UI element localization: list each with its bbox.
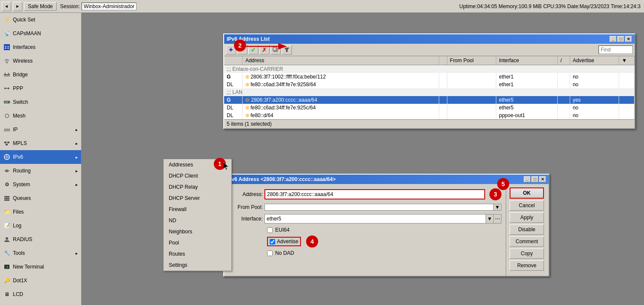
menu-item-pool[interactable]: Pool bbox=[164, 237, 231, 248]
ok-button[interactable]: OK bbox=[510, 187, 544, 199]
col-flag bbox=[224, 56, 243, 65]
table-row[interactable]: G ⊕2806:3f7:1002::ffff:f0ca:bebe/112 eth… bbox=[224, 73, 635, 81]
interfaces-icon bbox=[3, 44, 10, 51]
comment-button[interactable]: Comment bbox=[510, 236, 544, 247]
interface-select[interactable]: ether5 ▼ ⋯ bbox=[264, 214, 501, 223]
sidebar-item-queues[interactable]: Queues bbox=[0, 191, 81, 205]
iface-1: ether1 bbox=[496, 73, 558, 81]
ip-arrow: ▸ bbox=[76, 127, 78, 132]
ipv6-list-title: IPv6 Address List bbox=[227, 36, 270, 42]
sidebar-item-dot1x[interactable]: 🔑 Dot1X bbox=[0, 274, 81, 287]
forward-button[interactable]: ► bbox=[13, 2, 22, 11]
table-row[interactable]: DL ⊕fe80::c6ad:34ff:fe7e:925c/64 ether5 … bbox=[224, 104, 635, 112]
ipv6-addr-dialog: IPv6 Address <2806:3f7:a200:cccc::aaaa/6… bbox=[223, 174, 550, 277]
menu-item-dhcp-server[interactable]: DHCP Server bbox=[164, 193, 231, 204]
interface-list-button[interactable]: ⋯ bbox=[493, 214, 501, 223]
sidebar-label-bridge: Bridge bbox=[13, 72, 78, 78]
sidebar-item-switch[interactable]: Switch bbox=[0, 95, 81, 109]
ipv6-list-maximize-button[interactable]: □ bbox=[617, 36, 624, 42]
menu-item-nd[interactable]: ND bbox=[164, 215, 231, 226]
sidebar-label-files: Files bbox=[13, 209, 78, 215]
col-address[interactable]: Address bbox=[243, 56, 439, 65]
new-terminal-icon: _$ bbox=[3, 263, 10, 270]
table-row-selected[interactable]: G ⊖ 2806:3f7:a200:cccc::aaaa/64 ether5 y… bbox=[224, 96, 635, 104]
sidebar-item-ppp[interactable]: PPP bbox=[0, 82, 81, 95]
col-advertise[interactable]: Advertise bbox=[570, 56, 619, 65]
col-from-pool[interactable]: From Pool bbox=[447, 56, 496, 65]
advertise-row: Advertise 4 bbox=[228, 236, 501, 248]
sidebar-item-bridge[interactable]: Bridge bbox=[0, 68, 81, 82]
remove-button-dialog[interactable]: Remove bbox=[510, 260, 544, 271]
section-lan-label: ;;; LAN bbox=[224, 88, 635, 96]
sidebar: ⚡ Quick Set 📡 CAPsMAAN Interfaces Wirele… bbox=[0, 13, 82, 305]
sidebar-item-tools[interactable]: 🔧 Tools ▸ bbox=[0, 246, 81, 260]
sidebar-item-mpls[interactable]: MPLS ▸ bbox=[0, 136, 81, 150]
table-row[interactable]: DL ⊕fe80::d/64 pppoe-out1 no bbox=[224, 112, 635, 119]
ipv6-addr-form: Address: 3 From Pool: ▼ bbox=[224, 184, 549, 276]
sidebar-item-files[interactable]: 📁 Files bbox=[0, 205, 81, 219]
menu-item-firewall[interactable]: Firewall bbox=[164, 204, 231, 215]
sidebar-item-mesh[interactable]: ⬡ Mesh bbox=[0, 109, 81, 123]
interface-dropdown-arrow[interactable]: ▼ bbox=[486, 214, 493, 223]
copy-button-dialog[interactable]: Copy bbox=[510, 248, 544, 259]
section-carrier-label: ;;; Enlace-con-CARRIER bbox=[224, 65, 635, 73]
sidebar-item-routing[interactable]: Routing ▸ bbox=[0, 164, 81, 178]
ipv6-addr-title: IPv6 Address <2806:3f7:a200:cccc::aaaa/6… bbox=[227, 176, 336, 182]
sep-3 bbox=[439, 96, 447, 104]
sidebar-item-ipv6[interactable]: IPv6 ▸ bbox=[0, 150, 81, 164]
ipv6-addr-close-button[interactable]: ✕ bbox=[539, 176, 546, 182]
sidebar-item-lcd[interactable]: 🖥 LCD bbox=[0, 287, 81, 301]
from-pool-row: From Pool: ▼ bbox=[228, 204, 501, 211]
sidebar-item-log[interactable]: 📝 Log bbox=[0, 219, 81, 233]
svg-rect-7 bbox=[5, 73, 6, 75]
ipv6-addr-minimize-button[interactable]: _ bbox=[524, 176, 531, 182]
svg-rect-16 bbox=[7, 102, 8, 103]
sidebar-label-quick-set: Quick Set bbox=[13, 17, 78, 23]
mpls-arrow: ▸ bbox=[76, 141, 78, 146]
menu-item-routes[interactable]: Routes bbox=[164, 248, 231, 260]
advertise-checkbox[interactable] bbox=[270, 239, 275, 245]
sidebar-item-interfaces[interactable]: Interfaces bbox=[0, 40, 81, 54]
sep-1 bbox=[439, 73, 447, 81]
apply-button[interactable]: Apply bbox=[510, 212, 544, 223]
pool-5 bbox=[447, 112, 496, 119]
cancel-button[interactable]: Cancel bbox=[510, 200, 544, 211]
sidebar-label-tools: Tools bbox=[13, 250, 73, 256]
ipv6-addr-body: Address: 3 From Pool: ▼ bbox=[224, 184, 549, 276]
menu-item-settings[interactable]: Settings bbox=[164, 260, 231, 271]
session-label: Session: bbox=[60, 3, 80, 9]
sidebar-item-capsman[interactable]: 📡 CAPsMAAN bbox=[0, 27, 81, 40]
back-button[interactable]: ◄ bbox=[2, 2, 11, 11]
menu-item-dhcp-client[interactable]: DHCP Client bbox=[164, 170, 231, 181]
col-interface[interactable]: Interface bbox=[496, 56, 558, 65]
find-input[interactable] bbox=[598, 45, 633, 54]
from-pool-dropdown-arrow[interactable]: ▼ bbox=[493, 204, 501, 210]
sidebar-item-system[interactable]: ⚙ System ▸ bbox=[0, 178, 81, 191]
ipv6-list-minimize-button[interactable]: _ bbox=[610, 36, 617, 42]
system-arrow: ▸ bbox=[76, 182, 78, 187]
menu-item-dhcp-relay[interactable]: DHCP Relay bbox=[164, 181, 231, 193]
disable-button[interactable]: Disable bbox=[510, 224, 544, 235]
from-pool-select[interactable]: ▼ bbox=[264, 204, 501, 211]
no-dad-checkbox[interactable] bbox=[267, 251, 273, 256]
ipv6-addr-title-buttons: _ □ ✕ bbox=[524, 176, 546, 182]
mesh-icon: ⬡ bbox=[3, 112, 10, 119]
extra-5 bbox=[619, 112, 635, 119]
advertise-highlight-box: Advertise bbox=[267, 237, 301, 246]
address-row: Address: 3 bbox=[228, 188, 501, 200]
ipv6-addr-maximize-button[interactable]: □ bbox=[532, 176, 538, 182]
sidebar-item-ip[interactable]: 255 IP ▸ bbox=[0, 123, 81, 136]
sidebar-item-new-terminal[interactable]: _$ New Terminal bbox=[0, 260, 81, 274]
adv-4: no bbox=[570, 104, 619, 112]
sidebar-item-quick-set[interactable]: ⚡ Quick Set bbox=[0, 13, 81, 27]
ipv6-list-close-button[interactable]: ✕ bbox=[625, 36, 632, 42]
safe-mode-button[interactable]: Safe Mode bbox=[24, 2, 57, 11]
sidebar-item-radius[interactable]: RADIUS bbox=[0, 233, 81, 246]
address-input[interactable] bbox=[264, 189, 485, 199]
menu-item-neighbors[interactable]: Neighbors bbox=[164, 226, 231, 237]
sidebar-item-wireless[interactable]: Wireless bbox=[0, 54, 81, 68]
top-bar: ◄ ► Safe Mode Session: Winbox-Administra… bbox=[0, 0, 644, 13]
table-row[interactable]: DL ⊕fe80::c6ad:34ff:fe7e:9258/64 ether1 … bbox=[224, 81, 635, 88]
col-dropdown[interactable]: ▼ bbox=[619, 56, 635, 65]
eui64-checkbox[interactable] bbox=[267, 227, 273, 233]
